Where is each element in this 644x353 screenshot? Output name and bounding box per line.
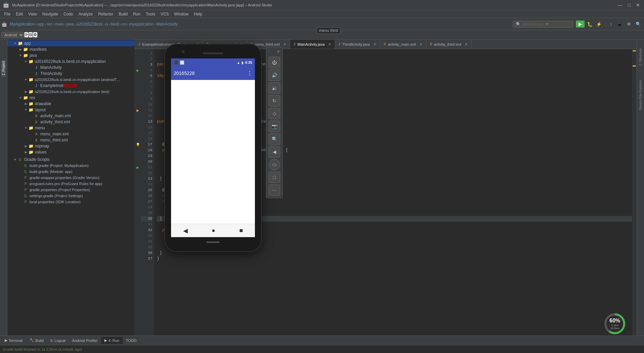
collapse-button[interactable]: ⊟ bbox=[29, 32, 33, 38]
window-controls[interactable]: — □ ✕ bbox=[616, 2, 641, 8]
android-variant-selector[interactable]: Android bbox=[1, 32, 24, 38]
tree-item-menu-main-xml[interactable]: ▶ X menu_main.xml bbox=[7, 131, 135, 137]
tree-item-gradle-properties[interactable]: ▶ P gradle.properties (Project Propertie… bbox=[7, 187, 135, 193]
emulator-volume-up-button[interactable]: 🔊 bbox=[269, 70, 280, 81]
menu-item-refactor[interactable]: Refactor bbox=[96, 11, 116, 17]
sync-project-button[interactable]: ⟳ bbox=[24, 32, 29, 38]
tree-item-java[interactable]: ▼ 📁 java bbox=[7, 52, 135, 58]
sync-button[interactable]: ↕ bbox=[608, 20, 614, 28]
phone-nav-home[interactable]: ● bbox=[212, 227, 215, 234]
tree-item-main-pkg[interactable]: ▼ 📁 a20165228szk.is.besti.cn.myapplicati… bbox=[7, 58, 135, 64]
emulator-overview-button[interactable]: □ bbox=[269, 172, 280, 183]
tree-item-values[interactable]: ▶ 📁 values bbox=[7, 149, 135, 155]
breadcrumb-mainactivity[interactable]: MainActivity bbox=[156, 22, 178, 27]
tree-item-menu-third-xml[interactable]: ▶ X menu_third.xml bbox=[7, 137, 135, 143]
phone-content[interactable] bbox=[171, 80, 255, 224]
sdk-button[interactable]: ⚙ bbox=[625, 20, 633, 28]
emulator-more-button[interactable]: ··· bbox=[269, 184, 280, 196]
search-everywhere-button[interactable]: 🔍 bbox=[634, 20, 643, 28]
structure-panel-label[interactable]: 2: Structure bbox=[638, 46, 643, 68]
tree-item-local-properties[interactable]: ▶ P local.properties (SDK Location) bbox=[7, 199, 135, 205]
tab-profiler[interactable]: Android Profiler bbox=[69, 337, 101, 344]
tree-item-drawable[interactable]: ▶ 📁 drawable bbox=[7, 101, 135, 107]
emulator-close-button[interactable]: ✕ bbox=[277, 49, 280, 54]
tab-todo[interactable]: TODO bbox=[123, 337, 140, 344]
tree-item-app[interactable]: ▼ 📁 app bbox=[7, 40, 135, 46]
tree-item-build-gradle-app[interactable]: ▶ G build.gradle (Module: app) bbox=[7, 169, 135, 175]
phone-nav-back[interactable]: ◀ bbox=[183, 227, 188, 234]
tree-item-settings-gradle[interactable]: ▶ G settings.gradle (Project Settings) bbox=[7, 193, 135, 199]
run-button[interactable]: ▶ bbox=[576, 20, 585, 28]
emulator-power-button[interactable]: ⏻ bbox=[269, 57, 280, 68]
maximize-button[interactable]: □ bbox=[627, 2, 632, 8]
minimize-button[interactable]: — bbox=[616, 2, 624, 8]
menu-item-run[interactable]: Run bbox=[130, 11, 143, 17]
menu-item-vcs[interactable]: VCS bbox=[158, 11, 172, 17]
menu-item-navigate[interactable]: Navigate bbox=[40, 11, 61, 17]
tree-item-res[interactable]: ▼ 📁 res bbox=[7, 95, 135, 101]
tab-close-3[interactable]: ✕ bbox=[283, 42, 286, 47]
tree-item-mainactivity[interactable]: ▶ J MainActivity bbox=[7, 64, 135, 71]
menu-item-build[interactable]: Build bbox=[116, 11, 130, 17]
breadcrumb-myapplication[interactable]: MyApplication bbox=[10, 22, 35, 27]
menu-item-analyze[interactable]: Analyze bbox=[76, 11, 96, 17]
tree-item-menu[interactable]: ▼ 📁 menu bbox=[7, 125, 135, 131]
emulator-camera-button[interactable]: 📷 bbox=[269, 121, 280, 132]
tab-activity-main-xml[interactable]: X activity_main.xml ✕ bbox=[380, 40, 426, 49]
menu-item-edit[interactable]: Edit bbox=[13, 11, 25, 17]
tab-close-4[interactable]: ✕ bbox=[328, 42, 331, 47]
tab-close-6[interactable]: ✕ bbox=[419, 42, 423, 47]
emulator-fold-button[interactable]: ◇ bbox=[269, 108, 280, 119]
phone-nav-recent[interactable]: ■ bbox=[239, 227, 243, 234]
emulator-volume-down-button[interactable]: 🔉 bbox=[269, 82, 280, 94]
phone-menu-icon[interactable]: ⋮ bbox=[247, 70, 252, 77]
debug-button[interactable]: 🐛 bbox=[586, 20, 594, 28]
menu-item-view[interactable]: View bbox=[25, 11, 40, 17]
menu-item-tools[interactable]: Tools bbox=[143, 11, 158, 17]
close-button[interactable]: ✕ bbox=[635, 2, 641, 8]
tree-item-proguard[interactable]: ▶ P proguard-rules.pro (ProGuard Rules f… bbox=[7, 181, 135, 187]
profile-button[interactable]: ⚡ bbox=[595, 20, 603, 28]
menu-item-file[interactable]: File bbox=[1, 11, 13, 17]
settings-button[interactable]: ⚙ bbox=[33, 32, 38, 38]
breadcrumb-cn[interactable]: cn bbox=[122, 22, 126, 27]
tab-run[interactable]: ▶ 4: Run bbox=[101, 337, 122, 344]
tree-item-manifests[interactable]: ▶ 📁 manifests bbox=[7, 46, 135, 52]
tree-item-gradle-wrapper[interactable]: ▶ P gradle-wrapper.properties (Gradle Ve… bbox=[7, 175, 135, 181]
tree-item-build-gradle-proj[interactable]: ▶ G build.gradle (Project: MyApplication… bbox=[7, 163, 135, 169]
breadcrumb-src[interactable]: src bbox=[47, 22, 52, 27]
tab-close-7[interactable]: ✕ bbox=[465, 42, 468, 47]
device-explorer-label[interactable]: Device File Explorer bbox=[638, 78, 643, 112]
tree-item-activity-third-xml[interactable]: ▶ X activity_third.xml bbox=[7, 119, 135, 125]
tab-thirdactivity[interactable]: J ThirdActivity.java ✕ bbox=[335, 40, 380, 49]
breadcrumb-besti[interactable]: besti bbox=[111, 22, 119, 27]
menu-item-window[interactable]: Window bbox=[171, 11, 191, 17]
emulator-home-button[interactable]: ⬭ bbox=[269, 159, 280, 170]
breadcrumb-is[interactable]: is bbox=[105, 22, 108, 27]
tab-mainactivity-java[interactable]: J MainActivity.java ✕ bbox=[290, 40, 335, 49]
menu-item-code[interactable]: Code bbox=[61, 11, 76, 17]
phone-screen[interactable]: ⬛ ⬜ ▲ ▮ 4:35 20165228 ⋮ ◀ ● ■ bbox=[171, 58, 255, 237]
breadcrumb-app[interactable]: app bbox=[38, 22, 44, 27]
breadcrumb-myapplication2[interactable]: myapplication bbox=[129, 22, 154, 27]
emulator-back-button[interactable]: ◀ bbox=[269, 146, 280, 158]
project-panel-label[interactable]: 1: Project bbox=[1, 60, 6, 77]
tree-item-layout[interactable]: ▼ 📁 layout bbox=[7, 107, 135, 113]
avd-button[interactable]: 📱 bbox=[615, 20, 624, 28]
tree-item-gradle-scripts[interactable]: ▼ G Gradle Scripts bbox=[7, 157, 135, 163]
emulator-rotate-button[interactable]: ↻ bbox=[269, 95, 280, 106]
tab-terminal[interactable]: ▶ Terminal bbox=[1, 337, 26, 344]
menu-item-help[interactable]: Help bbox=[191, 11, 205, 17]
tree-item-activity-main-xml[interactable]: ▶ X activity_main.xml bbox=[7, 113, 135, 119]
tree-item-test-pkg[interactable]: ▶ 📁 a20165228szk.is.besti.cn.myapplicati… bbox=[7, 89, 135, 95]
emulator-zoom-button[interactable]: 🔍 bbox=[269, 133, 280, 145]
breadcrumb-java[interactable]: java bbox=[66, 22, 74, 27]
breadcrumb-pkg[interactable]: a20165228szk bbox=[76, 22, 103, 27]
tree-item-android-pkg[interactable]: ▼ 📁 a20165228szk.is.besti.cn.myapplicati… bbox=[7, 77, 135, 83]
tab-activity-third-xml[interactable]: X activity_third.xml ✕ bbox=[426, 40, 472, 49]
tab-logcat[interactable]: 6: Logcat bbox=[47, 337, 69, 344]
tab-close-5[interactable]: ✕ bbox=[373, 42, 377, 47]
tree-item-example-test[interactable]: ▶ J ExampleInstr65228 bbox=[7, 83, 135, 89]
breadcrumb-main[interactable]: main bbox=[55, 22, 64, 27]
tab-build[interactable]: 🔨 Build bbox=[26, 337, 47, 344]
